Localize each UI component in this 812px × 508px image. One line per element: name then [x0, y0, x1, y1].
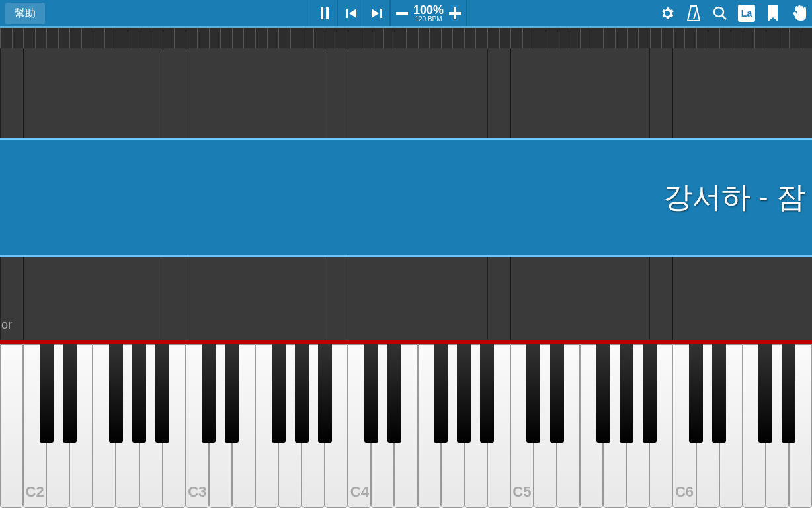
black-key[interactable] [387, 344, 401, 443]
octave-label: C5 [512, 484, 531, 501]
svg-rect-6 [396, 12, 408, 15]
black-key[interactable] [109, 344, 123, 443]
next-button[interactable] [364, 0, 390, 26]
black-key[interactable] [526, 344, 540, 443]
svg-rect-0 [321, 7, 323, 19]
keyboard-area: C2C3C4C5C6 [0, 340, 812, 508]
svg-line-9 [694, 9, 697, 19]
black-key[interactable] [155, 344, 169, 443]
right-tools: La [659, 0, 812, 26]
svg-rect-2 [346, 9, 348, 18]
song-title: 강서하 - 잠 [663, 178, 805, 217]
black-key[interactable] [295, 344, 309, 443]
svg-rect-1 [326, 7, 329, 19]
svg-line-11 [722, 15, 726, 19]
tick-strip [0, 28, 812, 48]
tempo-percent: 100% [413, 4, 444, 16]
settings-icon[interactable] [659, 5, 676, 22]
octave-label: C4 [350, 484, 369, 501]
prev-button[interactable] [337, 0, 364, 26]
toolbar: 幫助 100% 120 BPM [0, 0, 812, 26]
white-key[interactable] [0, 344, 23, 508]
black-key[interactable] [643, 344, 657, 443]
black-key[interactable] [712, 344, 726, 443]
track-label: or [1, 318, 12, 332]
tempo-decrease-button[interactable] [396, 12, 408, 15]
tempo-bpm: 120 BPM [413, 16, 444, 22]
bookmark-icon[interactable] [764, 5, 782, 22]
notation-button[interactable]: La [738, 5, 755, 22]
playback-controls: 100% 120 BPM [311, 0, 467, 26]
black-key[interactable] [596, 344, 610, 443]
svg-point-10 [714, 7, 723, 17]
piano-keyboard[interactable]: C2C3C4C5C6 [0, 344, 812, 508]
note-fall-area[interactable]: 강서하 - 잠 or [0, 26, 812, 340]
zoom-icon[interactable] [711, 5, 729, 22]
tempo-section: 100% 120 BPM [390, 0, 467, 26]
hand-icon[interactable] [791, 5, 808, 22]
octave-label: C3 [188, 484, 206, 501]
black-key[interactable] [782, 344, 795, 443]
black-key[interactable] [40, 344, 54, 443]
octave-label: C2 [26, 484, 44, 501]
black-key[interactable] [480, 344, 494, 443]
tempo-display[interactable]: 100% 120 BPM [413, 4, 444, 22]
black-key[interactable] [202, 344, 216, 443]
black-key[interactable] [620, 344, 633, 443]
black-key[interactable] [318, 344, 332, 443]
black-key[interactable] [434, 344, 448, 443]
black-key[interactable] [364, 344, 378, 443]
black-key[interactable] [457, 344, 471, 443]
black-key[interactable] [63, 344, 77, 443]
black-key[interactable] [758, 344, 772, 443]
metronome-icon[interactable] [685, 5, 702, 22]
help-button[interactable]: 幫助 [5, 3, 45, 24]
black-key[interactable] [689, 344, 703, 443]
svg-marker-3 [349, 9, 356, 18]
black-key[interactable] [550, 344, 564, 443]
black-key[interactable] [272, 344, 286, 443]
tempo-increase-button[interactable] [449, 7, 461, 19]
svg-marker-5 [372, 9, 379, 18]
black-key[interactable] [225, 344, 239, 443]
song-title-bar: 강서하 - 잠 [0, 138, 812, 257]
svg-rect-8 [449, 12, 461, 15]
svg-rect-4 [380, 9, 382, 18]
pause-button[interactable] [311, 0, 337, 26]
octave-label: C6 [675, 484, 694, 501]
black-key[interactable] [132, 344, 146, 443]
